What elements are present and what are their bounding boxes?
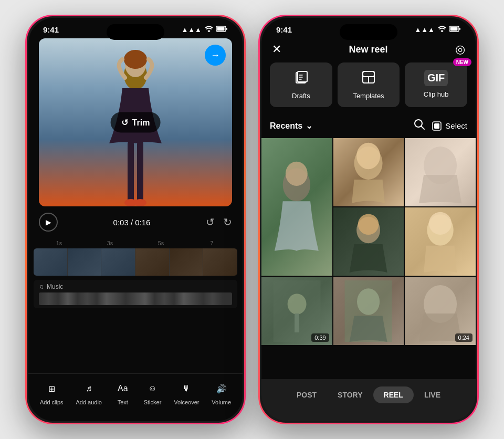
- tab-live[interactable]: LIVE: [414, 386, 451, 403]
- drafts-icon: [293, 70, 308, 88]
- wifi-icon-right: [438, 26, 446, 34]
- tab-reel[interactable]: REEL: [373, 386, 414, 403]
- grid-cell-1[interactable]: [261, 138, 332, 276]
- svg-point-9: [134, 199, 146, 206]
- trim-label: Trim: [132, 118, 150, 127]
- cliphub-label: Clip hub: [424, 90, 449, 98]
- sticker-icon: ☺: [144, 380, 161, 397]
- time-left: 9:41: [43, 25, 59, 34]
- tab-post[interactable]: POST: [286, 386, 327, 403]
- drafts-option[interactable]: Drafts: [270, 62, 332, 107]
- ruler-mark-1s: 1s: [34, 240, 85, 246]
- next-button[interactable]: →: [205, 45, 226, 66]
- signal-icon-right: ▲▲▲: [414, 26, 435, 34]
- tool-sticker[interactable]: ☺ Sticker: [144, 380, 162, 405]
- timeline-area: 1s 3s 5s 7 ♫: [28, 238, 243, 373]
- templates-icon: [361, 70, 376, 88]
- filter-actions: Select: [414, 119, 467, 133]
- dynamic-island-right: [340, 24, 397, 40]
- search-button[interactable]: [414, 119, 425, 133]
- cliphub-option[interactable]: NEW GIF Clip hub: [405, 62, 467, 107]
- svg-point-27: [358, 214, 379, 235]
- duration-9: 0:24: [455, 333, 472, 342]
- grid-cell-2[interactable]: [333, 138, 404, 206]
- volume-label: Volume: [212, 399, 231, 405]
- ruler-mark-3s: 3s: [85, 240, 135, 246]
- clip-frame-3: [101, 248, 135, 276]
- select-label: Select: [445, 121, 467, 130]
- photo-grid: 0:39: [261, 138, 476, 379]
- grid-cell-3[interactable]: [405, 138, 476, 206]
- tab-story[interactable]: STORY: [327, 386, 373, 403]
- new-badge: NEW: [453, 58, 471, 66]
- close-button[interactable]: ✕: [272, 43, 281, 56]
- tool-volume[interactable]: 🔊 Volume: [212, 380, 231, 405]
- next-icon: →: [211, 50, 220, 61]
- clip-frame-4: [135, 248, 170, 276]
- grid-cell-9[interactable]: 0:24: [405, 277, 476, 345]
- voiceover-icon: 🎙: [178, 380, 195, 397]
- wifi-icon-left: [205, 26, 213, 34]
- svg-point-31: [287, 294, 306, 315]
- recents-chevron: ⌄: [306, 121, 312, 131]
- waveform: [39, 292, 232, 305]
- svg-point-29: [429, 212, 452, 234]
- select-button[interactable]: Select: [432, 121, 467, 131]
- time-right: 9:41: [276, 25, 292, 34]
- svg-rect-16: [363, 71, 374, 77]
- cliphub-icon: GIF: [424, 70, 448, 86]
- svg-point-34: [357, 288, 380, 315]
- voiceover-label: Voiceover: [174, 399, 199, 405]
- svg-rect-20: [434, 123, 439, 129]
- dynamic-island-left: [107, 24, 164, 40]
- editor-screen: 9:41 ▲▲▲: [28, 18, 243, 421]
- recents-dropdown[interactable]: Recents ⌄: [270, 121, 312, 131]
- signal-icon-left: ▲▲▲: [181, 26, 202, 34]
- text-label: Text: [118, 399, 128, 405]
- settings-button[interactable]: ◎: [455, 43, 465, 56]
- bottom-toolbar: ⊞ Add clips ♬ Add audio Aa Text ☺ Sticke…: [28, 373, 243, 421]
- tool-voiceover[interactable]: 🎙 Voiceover: [174, 380, 199, 405]
- tool-add-clips[interactable]: ⊞ Add clips: [40, 380, 64, 405]
- play-button[interactable]: ▶: [39, 213, 58, 232]
- svg-rect-7: [137, 141, 143, 204]
- drafts-label: Drafts: [292, 92, 310, 100]
- grid-cell-6[interactable]: [333, 277, 404, 345]
- recents-label: Recents: [270, 121, 302, 131]
- templates-option[interactable]: Templates: [338, 62, 400, 107]
- photo-1: [261, 138, 332, 276]
- undo-button[interactable]: ↺: [206, 216, 215, 228]
- svg-rect-1: [217, 27, 225, 31]
- phone-frame-left: 9:41 ▲▲▲: [25, 15, 246, 424]
- options-row: Drafts Templates NEW: [261, 62, 476, 114]
- svg-rect-14: [298, 71, 307, 82]
- svg-rect-2: [226, 28, 227, 30]
- clip-strip[interactable]: [34, 248, 237, 276]
- redo-button[interactable]: ↻: [223, 216, 232, 228]
- svg-rect-12: [459, 28, 460, 30]
- music-track: ♫ Music: [34, 280, 237, 308]
- sticker-label: Sticker: [144, 399, 162, 405]
- reel-title: New reel: [349, 44, 387, 55]
- grid-cell-7[interactable]: 0:39: [261, 277, 332, 345]
- templates-label: Templates: [353, 92, 384, 100]
- time-display: 0:03 / 0:16: [66, 218, 197, 227]
- duration-7: 0:39: [311, 333, 329, 342]
- grid-cell-4[interactable]: [333, 207, 404, 276]
- trim-badge[interactable]: ↺ Trim: [111, 112, 161, 133]
- clip-frame-5: [170, 248, 204, 276]
- tool-text[interactable]: Aa Text: [114, 380, 131, 405]
- ruler-mark-5s: 5s: [135, 240, 186, 246]
- photo-5: [405, 207, 476, 276]
- text-icon: Aa: [114, 380, 131, 397]
- trim-icon: ↺: [121, 118, 128, 128]
- bottom-tabs: POST STORY REEL LIVE: [261, 379, 476, 421]
- tool-add-audio[interactable]: ♬ Add audio: [76, 380, 102, 405]
- photo-2: [333, 138, 404, 206]
- left-phone: 9:41 ▲▲▲: [25, 15, 246, 424]
- photo-4: [333, 207, 404, 276]
- svg-point-22: [286, 162, 308, 186]
- status-icons-left: ▲▲▲: [181, 26, 228, 34]
- grid-cell-5[interactable]: [405, 207, 476, 276]
- svg-rect-6: [128, 141, 134, 204]
